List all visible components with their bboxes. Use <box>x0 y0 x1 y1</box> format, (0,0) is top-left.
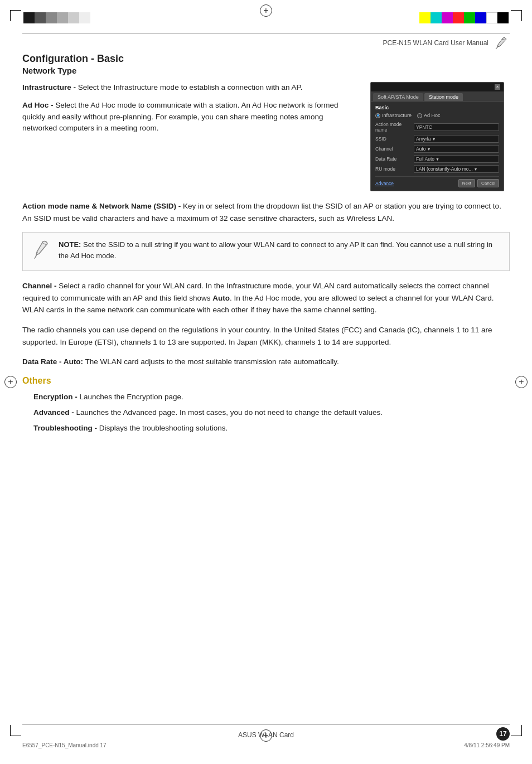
text-radio-channels: The radio channels you can use depend on… <box>22 326 492 346</box>
main-content: Configuration - Basic Network Type Infra… <box>22 53 510 719</box>
field-ssid: SSID Amyrla <box>375 135 499 143</box>
top-rule <box>22 33 510 34</box>
tab-station-mode[interactable]: Station mode <box>424 93 463 101</box>
radio-dot-infrastructure <box>375 113 380 118</box>
color-bar-right <box>419 12 509 23</box>
value-action-mode[interactable]: YPNTC <box>414 123 499 131</box>
wlan-next-button[interactable]: Next <box>458 179 475 187</box>
wlan-body: Basic Infrastructure Ad Hoc Action mode … <box>371 101 504 191</box>
page-number: 17 <box>496 727 510 741</box>
page-header: PCE-N15 WLAN Card User Manual <box>22 36 510 50</box>
para-action-mode: Action mode name & Network Name (SSID) -… <box>22 200 510 224</box>
wlan-titlebar: × <box>371 83 504 91</box>
section-subtitle: Network Type <box>22 66 510 75</box>
registration-mark-top <box>260 4 272 17</box>
wlan-buttons: Next Cancel <box>458 179 499 187</box>
radio-adhoc-label: Ad Hoc <box>424 113 441 118</box>
note-box: NOTE: Set the SSID to a null string if y… <box>22 232 510 271</box>
para-data-rate: Data Rate - Auto: The WLAN card adjusts … <box>22 356 510 368</box>
text-data-rate: The WLAN card adjusts to the most suitab… <box>85 357 339 366</box>
term-action-mode: Action mode name & Network Name (SSID) - <box>22 202 181 210</box>
footer-center: ASUS WLAN Card <box>22 731 510 739</box>
others-title: Others <box>22 376 510 386</box>
label-ru-mode: RU mode <box>375 166 412 172</box>
infrastructure-term: Infrastructure - <box>22 83 76 91</box>
value-ru-mode[interactable]: LAN (constantly-Auto mo... <box>414 165 499 173</box>
pen-icon <box>493 36 510 50</box>
definition-adhoc: Ad Hoc - Select the Ad Hoc mode to commu… <box>22 100 359 134</box>
wlan-advance-link[interactable]: Advance <box>375 181 394 186</box>
wlan-radio-group: Infrastructure Ad Hoc <box>375 113 499 118</box>
label-ssid: SSID <box>375 136 412 142</box>
footer-center-text: ASUS WLAN Card <box>238 731 294 739</box>
footer-left-text: E6557_PCE-N15_Manual.indd 17 <box>22 742 107 748</box>
para-channel: Channel - Select a radio channel for you… <box>22 280 510 316</box>
text-troubleshooting: Displays the troubleshooting solutions. <box>99 424 228 432</box>
text-encryption: Launches the Encryption page. <box>80 393 183 401</box>
corner-mark-br <box>511 725 522 736</box>
wlan-footer: Advance Next Cancel <box>375 176 499 187</box>
value-ssid[interactable]: Amyrla <box>414 135 499 143</box>
radio-infrastructure-label: Infrastructure <box>382 113 412 118</box>
radio-dot-adhoc <box>417 113 422 118</box>
corner-mark-bl <box>10 725 21 736</box>
term-advanced: Advanced - <box>33 408 74 417</box>
note-label: NOTE: <box>59 240 81 249</box>
field-action-mode: Action mode name YPNTC <box>375 122 499 133</box>
wlan-section-label: Basic <box>375 105 499 110</box>
value-channel[interactable]: Auto <box>414 145 499 153</box>
registration-mark-right <box>515 376 528 388</box>
note-text: NOTE: Set the SSID to a null string if y… <box>59 239 501 262</box>
corner-mark-tl <box>10 10 21 21</box>
bottom-rule <box>22 724 510 725</box>
text-column: Infrastructure - Select the Infrastructu… <box>22 82 359 191</box>
term-channel: Channel - <box>22 282 57 290</box>
registration-mark-left <box>4 376 17 388</box>
header-title: PCE-N15 WLAN Card User Manual <box>383 39 489 47</box>
wlan-cancel-button[interactable]: Cancel <box>477 179 499 187</box>
label-data-rate: Data Rate <box>375 156 412 162</box>
others-item-troubleshooting: Troubleshooting - Displays the troublesh… <box>22 423 510 434</box>
text-advanced: Launches the Advanced page. In most case… <box>76 408 383 417</box>
definition-infrastructure: Infrastructure - Select the Infrastructu… <box>22 82 359 93</box>
term-troubleshooting: Troubleshooting - <box>33 424 97 432</box>
note-body: Set the SSID to a null string if you wan… <box>59 240 492 260</box>
note-pencil-icon <box>31 239 51 264</box>
label-channel: Channel <box>375 146 412 152</box>
others-item-encryption: Encryption - Launches the Encryption pag… <box>22 391 510 403</box>
top-section: Infrastructure - Select the Infrastructu… <box>22 82 510 191</box>
adhoc-term: Ad Hoc - <box>22 101 54 109</box>
value-data-rate[interactable]: Full Auto <box>414 155 499 163</box>
field-channel: Channel Auto <box>375 145 499 153</box>
wlan-window: × Soft AP/STA Mode Station mode Basic In… <box>370 82 504 191</box>
adhoc-desc: Select the Ad Hoc mode to communicate wi… <box>22 101 338 132</box>
radio-adhoc[interactable]: Ad Hoc <box>417 113 441 118</box>
para-radio-channels: The radio channels you can use depend on… <box>22 324 510 348</box>
infrastructure-desc: Select the Infrastructure mode to establ… <box>78 83 303 91</box>
corner-mark-tr <box>511 10 522 21</box>
wlan-tabs: Soft AP/STA Mode Station mode <box>371 91 504 101</box>
label-action-mode: Action mode name <box>375 122 412 133</box>
text-channel: Select a radio channel for your WLAN car… <box>22 282 494 314</box>
radio-infrastructure[interactable]: Infrastructure <box>375 113 412 118</box>
term-encryption: Encryption - <box>33 393 78 401</box>
color-bar-left <box>23 12 90 23</box>
close-button[interactable]: × <box>495 84 500 90</box>
screenshot-panel: × Soft AP/STA Mode Station mode Basic In… <box>370 82 510 191</box>
field-ru-mode: RU mode LAN (constantly-Auto mo... <box>375 165 499 173</box>
others-item-advanced: Advanced - Launches the Advanced page. I… <box>22 407 510 418</box>
term-data-rate: Data Rate - Auto: <box>22 357 83 366</box>
footer-right-text: 4/8/11 2:56:49 PM <box>464 742 510 748</box>
field-data-rate: Data Rate Full Auto <box>375 155 499 163</box>
section-title: Configuration - Basic <box>22 53 510 65</box>
tab-soft-ap-sta[interactable]: Soft AP/STA Mode <box>373 93 423 101</box>
